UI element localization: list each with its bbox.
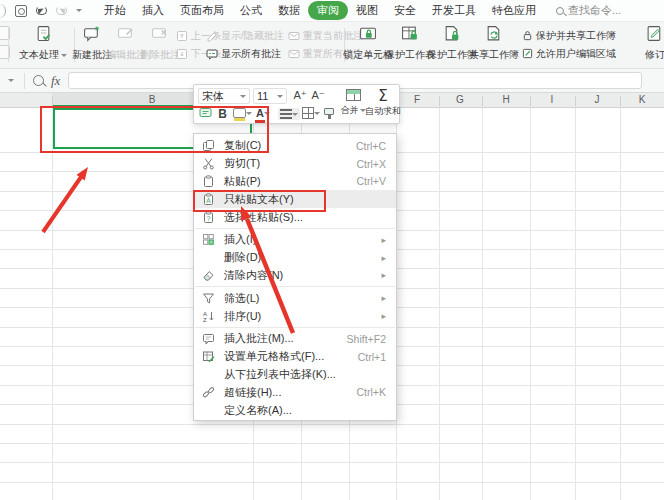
tab-formulas[interactable]: 公式 (232, 1, 270, 20)
name-box-caret-icon[interactable] (8, 79, 14, 85)
increase-font-button[interactable]: A⁺ (292, 89, 308, 102)
tab-view[interactable]: 视图 (348, 1, 386, 20)
grid-column-line (530, 108, 531, 500)
menu-item-sort[interactable]: AZ 排序(U) (194, 307, 396, 325)
protect-sheet-label: 保护工作表 (390, 48, 430, 62)
lock-cell-label: 锁定单元格 (348, 48, 388, 62)
show-comments-group: 显示/隐藏批注 显示所有批注 (206, 28, 284, 64)
reset-current-comment-icon (288, 30, 300, 42)
merge-center-button[interactable]: 合并 (340, 89, 366, 117)
grid-column-line (52, 108, 53, 500)
column-header-g[interactable]: G (456, 94, 464, 105)
tab-page-layout[interactable]: 页面布局 (172, 1, 232, 20)
menu-item-insert-comment[interactable]: 插入批注(M)... Shift+F2 (194, 330, 396, 348)
ribbon-separator (8, 28, 9, 62)
column-header-j[interactable]: J (595, 94, 600, 105)
context-menu: 复制(C) Ctrl+C 剪切(T) Ctrl+X 粘贴(P) Ctrl+V A… (193, 133, 397, 421)
menu-separator (195, 228, 395, 229)
copy-icon (202, 139, 218, 152)
search-icon (556, 7, 564, 15)
menu-item-paste-special[interactable]: ? 选择性粘贴(S)... (194, 208, 396, 226)
next-comment-icon (176, 48, 188, 60)
paste-icon (202, 175, 218, 188)
cropped-icon-fragment (0, 4, 6, 18)
menu-item-pick-from-list[interactable]: 从下拉列表中选择(K)... (194, 366, 396, 384)
menu-item-hyperlink[interactable]: 超链接(H)... Ctrl+K (194, 383, 396, 401)
paste-text-icon: A (202, 193, 218, 206)
customize-toolbar-caret-icon[interactable] (76, 9, 82, 15)
column-header-k[interactable]: K (639, 94, 646, 105)
protect-share-icon (522, 30, 533, 41)
column-header-f[interactable]: F (414, 94, 420, 105)
new-comment-button[interactable]: 新建批注 (76, 25, 108, 62)
redo-icon (56, 6, 67, 15)
column-header-h[interactable]: H (502, 94, 509, 105)
svg-text:?: ? (207, 215, 211, 222)
fill-color-button[interactable] (233, 108, 252, 118)
cropped-ribbon-buttons (0, 26, 14, 64)
find-command-search[interactable]: 查找命令... (556, 3, 621, 18)
menu-item-paste-text-only[interactable]: A 只粘贴文本(Y) (194, 190, 396, 208)
menu-item-clear-contents[interactable]: 清除内容(N) (194, 267, 396, 285)
protect-share-workbook-button[interactable]: 保护并共享工作簿 (522, 28, 616, 43)
mini-toolbar: 宋体 11 A⁺ A⁻ B A 合并 Σ 自动求和 (193, 84, 400, 124)
reset-all-comments-icon (288, 48, 300, 60)
show-hide-comment-label: 显示/隐藏批注 (221, 29, 284, 43)
menu-item-cut[interactable]: 剪切(T) Ctrl+X (194, 155, 396, 173)
paste-special-icon: ? (202, 211, 218, 224)
menu-item-delete[interactable]: 删除(D) (194, 249, 396, 267)
menu-item-insert[interactable]: 插入(I) (194, 231, 396, 249)
edit-comment-button: 编辑批注 (110, 25, 142, 62)
show-hide-comment-icon (206, 30, 218, 42)
font-color-button[interactable]: A (256, 107, 270, 119)
menu-item-define-name[interactable]: 定义名称(A)... (194, 401, 396, 419)
alignment-button[interactable] (278, 108, 300, 120)
protect-share-workbook-label: 保护并共享工作簿 (536, 29, 616, 43)
tab-data[interactable]: 数据 (270, 1, 308, 20)
protect-workbook-button[interactable]: 保护工作簿 (432, 25, 472, 62)
undo-icon[interactable] (36, 6, 47, 15)
tab-home[interactable]: 开始 (96, 1, 134, 20)
menu-item-paste[interactable]: 粘贴(P) Ctrl+V (194, 173, 396, 191)
decrease-font-button[interactable]: A⁻ (310, 89, 326, 102)
insert-function-icon[interactable] (33, 75, 44, 86)
menu-item-filter[interactable]: 筛选(L) (194, 289, 396, 307)
delete-comment-button: 删除批注 (144, 25, 176, 62)
protect-sheet-button[interactable]: 保护工作表 (390, 25, 430, 62)
autosum-button[interactable]: Σ 自动求和 (366, 87, 400, 118)
menu-item-copy[interactable]: 复制(C) Ctrl+C (194, 137, 396, 155)
column-header-i[interactable]: I (551, 94, 554, 105)
show-all-comments-button[interactable]: 显示所有批注 (206, 46, 284, 61)
menu-item-format-cells[interactable]: 设置单元格格式(F)... Ctrl+1 (194, 348, 396, 366)
revision-button[interactable]: 修订 (640, 25, 664, 62)
bold-button[interactable]: B (216, 107, 229, 121)
edit-comment-icon (117, 25, 135, 42)
revision-icon (646, 25, 664, 42)
clear-format-button[interactable] (324, 108, 334, 115)
submenu-arrow-icon (376, 293, 386, 303)
tab-special-features[interactable]: 特色应用 (484, 1, 544, 20)
wps-spreadsheet-window: 开始 插入 页面布局 公式 数据 审阅 视图 安全 开发工具 特色应用 查找命令… (0, 0, 664, 500)
format-painter-icon[interactable] (198, 107, 213, 119)
tab-security[interactable]: 安全 (386, 1, 424, 20)
print-preview-icon[interactable] (15, 5, 27, 17)
text-process-button[interactable]: 文本处理 (14, 25, 72, 62)
allow-edit-ranges-button[interactable]: 允许用户编辑区域 (522, 46, 616, 61)
new-comment-label: 新建批注 (76, 48, 108, 62)
column-header-b[interactable]: B (149, 94, 156, 105)
protect-sheet-icon (401, 25, 419, 42)
share-workbook-button[interactable]: 共享工作簿 (474, 25, 514, 62)
tab-review[interactable]: 审阅 (308, 1, 348, 20)
tab-insert[interactable]: 插入 (134, 1, 172, 20)
tab-developer[interactable]: 开发工具 (424, 1, 484, 20)
grid-column-line (439, 108, 440, 500)
font-name-select[interactable]: 宋体 (198, 88, 250, 104)
lock-cell-button[interactable]: 锁定单元格 (348, 25, 388, 62)
borders-button[interactable] (302, 107, 320, 119)
font-size-select[interactable]: 11 (253, 88, 287, 104)
svg-text:A: A (206, 197, 211, 204)
font-name-value: 宋体 (202, 89, 224, 104)
allow-edit-ranges-label: 允许用户编辑区域 (536, 47, 616, 61)
cut-icon (202, 157, 218, 170)
blank-icon (202, 404, 218, 417)
